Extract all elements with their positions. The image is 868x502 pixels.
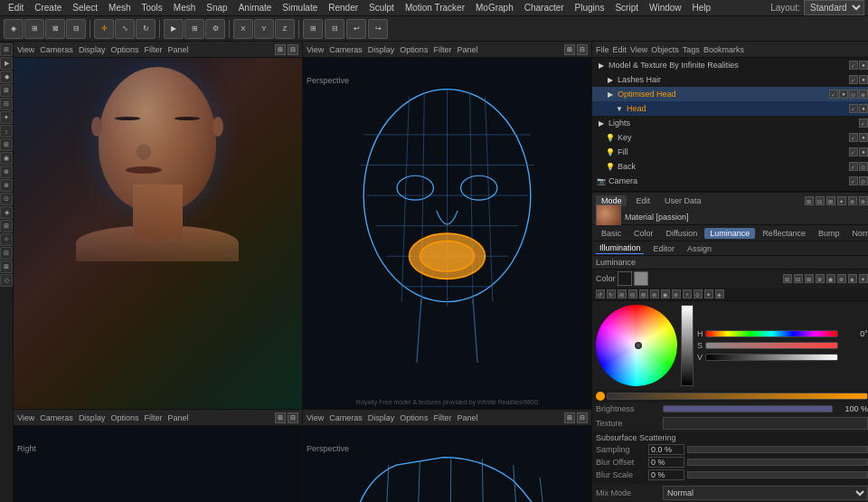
color-icon-7[interactable]: ◈ [848, 274, 857, 283]
toolbar-btn-3[interactable]: ⊠ [45, 19, 65, 39]
menu-animate[interactable]: Animate [234, 2, 277, 14]
vis-icon-8b[interactable]: ⊙ [859, 162, 868, 171]
vis-icon-6b[interactable]: ● [859, 133, 868, 142]
menu-tools[interactable]: Tools [137, 2, 167, 14]
menu-sculpt[interactable]: Sculpt [364, 2, 399, 14]
toolbar-grid[interactable]: ⊟ [325, 19, 344, 39]
obj-head[interactable]: ▼ Head ✓ ● [592, 101, 868, 116]
color-wheel[interactable] [596, 305, 677, 386]
vp-br-options[interactable]: Options [400, 413, 428, 422]
mat-subtab-illumination[interactable]: Illumination [596, 242, 645, 254]
color-icon2-7[interactable]: ◉ [661, 289, 670, 298]
mode-icon-6[interactable]: ⊗ [859, 196, 868, 205]
toolbar-render[interactable]: ▶ [164, 19, 184, 39]
menu-edit[interactable]: Edit [4, 2, 28, 14]
mode-icon-4[interactable]: ✦ [837, 196, 846, 205]
sidebar-icon-12[interactable]: ⊙ [0, 193, 13, 205]
vp-tl-icon-1[interactable]: ⊞ [275, 44, 286, 55]
color-icon2-10[interactable]: ⊙ [693, 289, 703, 298]
vp-tr-icon-2[interactable]: ⊟ [577, 44, 588, 55]
vis-icon-4a[interactable]: ✓ [849, 104, 858, 113]
vp-tr-icon-1[interactable]: ⊞ [564, 44, 575, 55]
vp-br-view[interactable]: View [307, 413, 324, 422]
toolbar-rotate[interactable]: ↻ [136, 19, 156, 39]
mat-tab-color[interactable]: Color [628, 228, 659, 239]
vis-icon-3c[interactable]: ⊙ [849, 90, 858, 99]
menu-character[interactable]: Character [520, 2, 569, 14]
mat-tab-bump[interactable]: Bump [813, 228, 845, 239]
sidebar-icon-18[interactable]: ◇ [0, 274, 13, 287]
toolbar-btn-4[interactable]: ⊟ [66, 19, 86, 39]
vis-icon-1b[interactable]: ● [859, 61, 868, 70]
color-icon-3[interactable]: ⊠ [805, 274, 814, 283]
toolbar-snap[interactable]: ⊞ [303, 19, 323, 39]
sidebar-icon-3[interactable]: ◆ [0, 71, 13, 83]
color-icon2-11[interactable]: ✦ [704, 289, 713, 298]
color-icon2-2[interactable]: ↻ [607, 289, 616, 298]
vp-bl-view[interactable]: View [17, 413, 34, 422]
color-icon-6[interactable]: ⊗ [837, 274, 846, 283]
vp-tl-cameras[interactable]: Cameras [40, 45, 73, 54]
pm-view[interactable]: View [630, 45, 647, 54]
viewport-top-left-body[interactable] [14, 58, 302, 409]
color-icon-5[interactable]: ◉ [826, 274, 835, 283]
layout-select[interactable]: Standard [804, 0, 864, 15]
pm-file[interactable]: File [596, 45, 609, 54]
sidebar-icon-7[interactable]: ↕ [0, 125, 13, 137]
menu-render[interactable]: Render [324, 2, 363, 14]
toolbar-xray[interactable]: X [233, 19, 253, 39]
menu-mesh[interactable]: Mesh [104, 2, 135, 14]
mode-icon-5[interactable]: ⊕ [848, 196, 857, 205]
vis-icon-9b[interactable]: ⊙ [859, 176, 868, 185]
toolbar-z[interactable]: Z [275, 19, 295, 39]
obj-key[interactable]: 💡 Key ✓ ● [592, 130, 868, 145]
viewport-bottom-right-body[interactable]: Perspective [303, 426, 591, 502]
vp-bl-display[interactable]: Display [79, 413, 106, 422]
sss-blur-scale-input[interactable] [648, 469, 684, 480]
vis-icon-2a[interactable]: ✓ [849, 75, 858, 84]
mat-tab-basic[interactable]: Basic [596, 228, 627, 239]
vp-br-cameras[interactable]: Cameras [329, 413, 363, 422]
sss-sampling-bar[interactable] [687, 446, 868, 453]
mode-icon-1[interactable]: ⊞ [805, 196, 814, 205]
menu-simulate[interactable]: Simulate [278, 2, 322, 14]
toolbar-render-settings[interactable]: ⚙ [205, 19, 225, 39]
vis-icon-1a[interactable]: ✓ [849, 61, 858, 70]
vp-br-panel[interactable]: Panel [457, 413, 477, 422]
sidebar-icon-6[interactable]: ✦ [0, 111, 13, 124]
sidebar-icon-9[interactable]: ◉ [0, 152, 13, 165]
sidebar-icon-11[interactable]: ⊗ [0, 179, 13, 192]
mat-tab-reflectance[interactable]: Reflectance [757, 228, 811, 239]
pm-bookmarks[interactable]: Bookmarks [703, 45, 744, 54]
h-slider[interactable] [705, 330, 838, 337]
pm-objects[interactable]: Objects [651, 45, 679, 54]
color-icon-1[interactable]: ⊞ [783, 274, 792, 283]
texture-slot[interactable] [663, 417, 868, 430]
sidebar-icon-14[interactable]: ⊞ [0, 220, 13, 232]
vp-tl-icon-2[interactable]: ⊟ [288, 44, 298, 55]
menu-script[interactable]: Script [610, 2, 643, 14]
vis-icon-3a[interactable]: ✓ [829, 90, 838, 99]
vp-bl-panel[interactable]: Panel [167, 413, 188, 422]
obj-camera[interactable]: 📷 Camera ✓ ⊙ [592, 174, 868, 188]
sidebar-icon-8[interactable]: ⊞ [0, 138, 13, 151]
obj-lashes-hair[interactable]: ▶ Lashes Hair ✓ ● [592, 72, 868, 87]
color-icon2-9[interactable]: + [683, 289, 692, 298]
toolbar-solo[interactable]: Y [254, 19, 274, 39]
viewport-top-right-body[interactable]: Perspective [303, 58, 591, 409]
color-icon2-1[interactable]: ↺ [596, 289, 605, 298]
sidebar-icon-1[interactable]: ⊞ [0, 43, 13, 56]
vp-tr-filter[interactable]: Filter [433, 45, 451, 54]
sss-sampling-input[interactable] [648, 444, 684, 455]
sss-blur-offset-input[interactable] [648, 457, 684, 468]
color-icon2-3[interactable]: ⊞ [618, 289, 627, 298]
color-icon-2[interactable]: ⊟ [794, 274, 803, 283]
obj-model-texture[interactable]: ▶ Model & Texture By Infinite Realities … [592, 58, 868, 72]
menu-snap[interactable]: Snap [202, 2, 231, 14]
menu-motion-tracker[interactable]: Motion Tracker [401, 2, 469, 14]
brightness-gradient-bar[interactable] [607, 393, 868, 400]
vis-icon-6a[interactable]: ✓ [849, 133, 858, 142]
sidebar-icon-10[interactable]: ⊕ [0, 166, 13, 178]
viewport-bottom-left-body[interactable]: Right [14, 426, 302, 502]
color-icon2-12[interactable]: ◈ [715, 289, 724, 298]
